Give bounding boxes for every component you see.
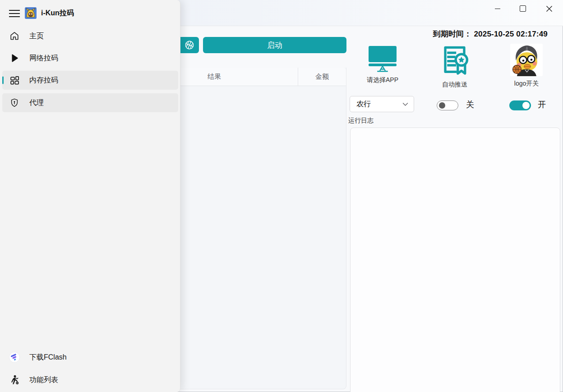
play-icon [9, 53, 20, 64]
chevron-down-icon [402, 102, 408, 106]
hamburger-icon [9, 10, 20, 11]
minimize-button[interactable] [487, 1, 508, 16]
basketball-player-icon [9, 374, 20, 385]
auto-push-state: 关 [466, 99, 474, 110]
sidebar-item-features[interactable]: 功能列表 [2, 370, 178, 389]
sidebar-item-memory[interactable]: 内存拉码 [2, 71, 178, 90]
shield-icon [9, 97, 20, 108]
run-log-label: 运行日志 [348, 117, 374, 125]
selected-accent-bar [2, 77, 4, 84]
maximize-icon [520, 5, 526, 12]
sidebar-item-download-fclash[interactable]: 下载FClash [2, 348, 178, 367]
auto-push-card: 自动推送 [433, 43, 476, 89]
logo-switch-card: logo开关 [505, 44, 548, 88]
app-select-value: 农行 [356, 100, 402, 109]
sidebar-item-label: 下载FClash [29, 353, 67, 362]
auto-push-toggle[interactable] [437, 100, 458, 110]
start-button[interactable]: 启动 [203, 37, 346, 53]
basketball-icon [184, 40, 195, 50]
logo-switch-state: 开 [538, 99, 546, 110]
expiry-value: 2025-10-25 02:17:49 [474, 30, 548, 38]
app-select-card: 请选择APP [361, 46, 404, 84]
close-icon [546, 5, 553, 12]
close-button[interactable] [539, 1, 559, 16]
sidebar-item-label: 功能列表 [29, 375, 58, 385]
monitor-icon [368, 46, 397, 73]
fclash-icon [9, 352, 20, 363]
run-log-area[interactable] [350, 128, 560, 392]
start-button-label: 启动 [267, 40, 282, 50]
sidebar-item-network[interactable]: 网络拉码 [2, 49, 178, 68]
auto-push-label: 自动推送 [442, 81, 467, 89]
sidebar-item-proxy[interactable]: 代理 [2, 93, 178, 112]
app-brand: i-Kun拉码 [25, 7, 74, 19]
expiry-time: 到期时间： 2025-10-25 02:17:49 [433, 29, 548, 39]
sidebar: i-Kun拉码 主页 网络拉码 [0, 0, 180, 392]
hamburger-button[interactable] [6, 6, 23, 21]
expiry-label: 到期时间： [433, 30, 472, 38]
logo-switch-label: logo开关 [514, 80, 539, 88]
logo-switch-toggle-knob [522, 102, 530, 109]
app-title: i-Kun拉码 [41, 9, 74, 18]
sidebar-item-label: 内存拉码 [29, 76, 58, 85]
sidebar-item-home[interactable]: 主页 [2, 27, 178, 46]
avatar-image [510, 44, 543, 76]
minimize-icon [495, 9, 500, 9]
sidebar-item-label: 主页 [29, 32, 44, 41]
grid-icon [9, 75, 20, 86]
logo-switch-toggle[interactable] [509, 100, 531, 110]
sidebar-item-label: 网络拉码 [29, 54, 58, 63]
app-logo-icon [25, 7, 37, 19]
app-window: 到期时间： 2025-10-25 02:17:49 启动 结果 金额 请选择AP… [0, 0, 563, 392]
app-select-dropdown[interactable]: 农行 [350, 96, 414, 112]
sidebar-item-label: 代理 [29, 98, 44, 108]
auto-push-toggle-knob [439, 102, 445, 109]
certificate-icon [438, 43, 471, 77]
app-select-label: 请选择APP [367, 76, 398, 84]
maximize-button[interactable] [512, 1, 533, 16]
column-header-amount[interactable]: 金额 [298, 68, 346, 86]
home-icon [9, 31, 20, 41]
